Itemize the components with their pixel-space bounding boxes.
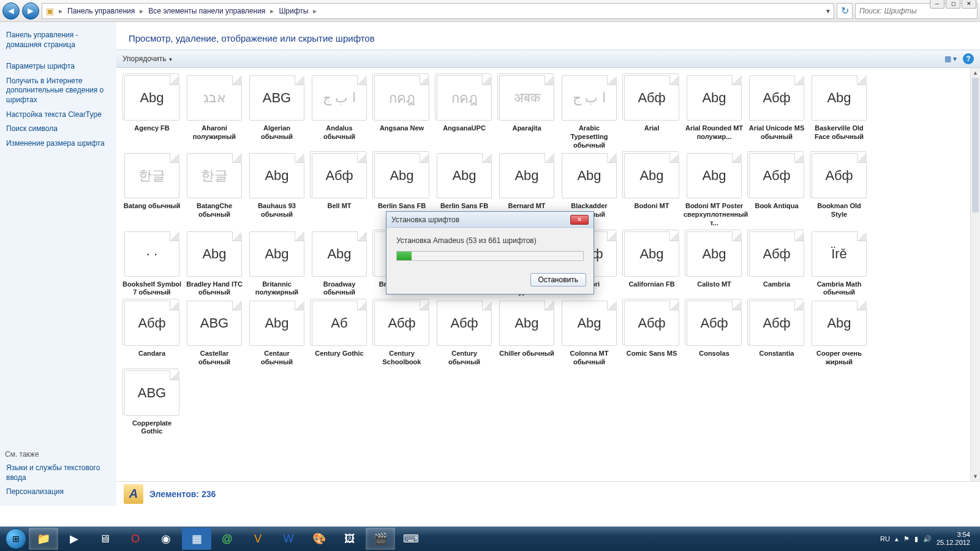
address-bar[interactable]: ▣ ▸ Панель управления ▸ Все элементы пан… [42,3,834,19]
tray-volume-icon[interactable]: 🔊 [923,535,932,543]
font-label: Berlin Sans FB [378,202,426,211]
font-item[interactable]: АбфBell MT [310,153,369,227]
taskbar-paint[interactable]: 🎨 [304,528,334,550]
sidebar-link-1[interactable]: Получить в Интернете дополнительные свед… [5,74,111,108]
font-label: Candara [138,350,165,358]
scroll-up-icon[interactable]: ▲ [971,68,980,78]
sidebar-link-4[interactable]: Изменение размера шрифта [5,137,111,151]
tray-lang[interactable]: RU [880,535,890,542]
font-item[interactable]: AbgCalisto MT [685,231,744,298]
see-also-1[interactable]: Персонализация [5,485,111,500]
font-preview-icon: Абф [437,301,492,346]
font-preview-icon: Abg [437,153,492,198]
font-item[interactable]: AbgCooper очень жирный [810,301,869,367]
font-item[interactable]: AbgBradley Hand ITC обычный [185,231,244,298]
font-item[interactable]: ABGAlgerian обычный [247,75,306,149]
taskbar-explorer[interactable]: 📁 [29,528,58,550]
taskbar-app-6[interactable]: 🎬 [366,528,395,550]
tray-flag-icon[interactable]: ⚑ [903,535,910,543]
back-button[interactable]: ◄ [2,2,20,20]
taskbar-app-2[interactable]: ▦ [182,528,211,550]
font-label: Centaur обычный [247,350,306,367]
view-icon[interactable]: ▦ ▾ [944,54,957,63]
font-item[interactable]: АбфCambria [747,231,806,298]
see-also-0[interactable]: Языки и службы текстового ввода [5,461,111,485]
status-bar: A Элементов: 236 [116,481,980,506]
font-item[interactable]: AbgBaskerville Old Face обычный [810,75,869,149]
font-item[interactable]: ABGCastellar обычный [185,301,244,367]
font-item[interactable]: AbgCentaur обычный [247,301,306,367]
font-item[interactable]: אבגAharoni полужирный [185,75,244,149]
font-item[interactable]: АбфComic Sans MS [622,301,681,367]
font-item[interactable]: АбCentury Gothic [310,301,369,367]
dropdown-icon[interactable]: ▾ [826,7,830,15]
taskbar-app-1[interactable]: 🖥 [90,528,119,550]
font-item[interactable]: АбфCandara [123,301,181,367]
font-item[interactable]: AbgChiller обычный [497,301,556,367]
font-item[interactable]: ا ب جArabic Typesetting обычный [560,75,619,149]
minimize-button[interactable]: ─ [930,0,944,9]
font-item[interactable]: · ·Bookshelf Symbol 7 обычный [123,231,181,298]
maximize-button[interactable]: ◻ [946,0,960,9]
font-item[interactable]: AbgAgency FB [123,75,181,149]
font-item[interactable]: กคฎAngsanaUPC [435,75,494,149]
font-item[interactable]: กคฎAngsana New [372,75,431,149]
font-item[interactable]: AbgBodoni MT [622,153,681,227]
help-icon[interactable]: ? [963,53,974,64]
font-preview-icon: 한글 [187,153,242,198]
sidebar-home[interactable]: Панель управления - домашняя страница [5,28,111,52]
taskbar-opera[interactable]: O [121,528,150,550]
taskbar-app-4[interactable]: V [243,528,273,550]
font-label: Colonna MT обычный [560,350,619,367]
taskbar-app-5[interactable]: 🖼 [335,528,364,550]
close-button[interactable]: ✕ [962,0,976,9]
breadcrumb-mid[interactable]: Все элементы панели управления [148,7,265,15]
sidebar-link-3[interactable]: Поиск символа [5,122,111,137]
taskbar-wmp[interactable]: ▶ [59,528,89,550]
scroll-thumb[interactable] [972,78,979,212]
start-button[interactable]: ⊞ [4,527,28,551]
breadcrumb-leaf[interactable]: Шрифты [279,7,308,15]
font-item[interactable]: 한글Batang обычный [123,153,181,227]
font-item[interactable]: ABGCopperplate Gothic [123,370,181,437]
tray-network-icon[interactable]: ▮ [914,535,918,543]
font-preview-icon: Abg [249,231,304,277]
font-item[interactable]: АбфBookman Old Style [810,153,869,227]
stop-button[interactable]: Остановить [530,273,587,287]
breadcrumb-root[interactable]: Панель управления [67,7,135,15]
font-preview-icon: 한글 [124,153,179,198]
taskbar-chrome[interactable]: ◉ [151,528,181,550]
dialog-titlebar[interactable]: Установка шрифтов ✕ [386,212,594,228]
font-item[interactable]: АбфConstantia [747,301,806,367]
font-item[interactable]: AbgColonna MT обычный [560,301,619,367]
font-item[interactable]: АбфConsolas [685,301,744,367]
forward-button[interactable]: ► [22,2,39,20]
vertical-scrollbar[interactable]: ▲ ▼ [970,68,980,481]
font-item[interactable]: ا ب جAndalus обычный [310,75,369,149]
font-item[interactable]: AbgBauhaus 93 обычный [247,153,306,227]
tray-clock[interactable]: 3:54 25.12.2012 [937,531,970,547]
font-item[interactable]: ÏrěCambria Math обычный [810,231,869,298]
taskbar-word[interactable]: W [274,528,303,550]
font-item[interactable]: АбфCentury Schoolbook [372,301,431,367]
font-item[interactable]: 한글BatangChe обычный [185,153,244,227]
organize-button[interactable]: Упорядочить▼ [123,54,173,63]
taskbar-app-7[interactable]: ⌨ [396,528,426,550]
font-item[interactable]: АбфArial Unicode MS обычный [747,75,806,149]
font-item[interactable]: АбфBook Antiqua [747,153,806,227]
font-item[interactable]: AbgBroadway обычный [310,231,369,298]
tray-chevron-icon[interactable]: ▴ [895,535,899,543]
refresh-button[interactable]: ↻ [837,3,853,19]
sidebar-link-2[interactable]: Настройка текста ClearType [5,108,111,122]
font-item[interactable]: अबकAparajita [497,75,556,149]
scroll-down-icon[interactable]: ▼ [971,471,980,481]
dialog-close-button[interactable]: ✕ [570,215,589,225]
font-item[interactable]: АбфArial [622,75,681,149]
font-item[interactable]: AbgArial Rounded MT полужир... [685,75,744,149]
font-item[interactable]: AbgBritannic полужирный [247,231,306,298]
font-item[interactable]: АбфCentury обычный [435,301,494,367]
taskbar-app-3[interactable]: @ [213,528,242,550]
font-item[interactable]: AbgBodoni MT Poster сверхуплотненный т..… [685,153,744,227]
sidebar-link-0[interactable]: Параметры шрифта [5,59,111,74]
font-item[interactable]: AbgCalifornian FB [622,231,681,298]
